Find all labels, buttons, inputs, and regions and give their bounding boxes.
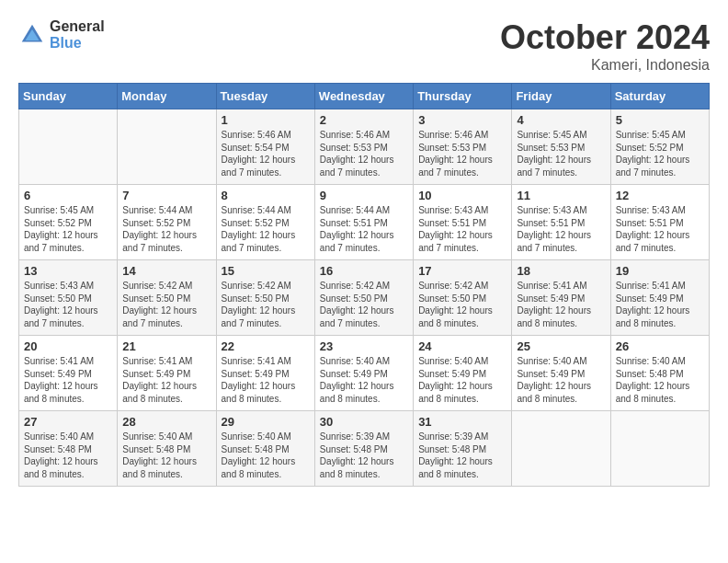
day-info: Sunrise: 5:40 AM Sunset: 5:48 PM Dayligh… bbox=[616, 355, 704, 405]
day-info: Sunrise: 5:39 AM Sunset: 5:48 PM Dayligh… bbox=[418, 431, 506, 480]
day-number: 29 bbox=[222, 415, 310, 429]
logo-text: General Blue bbox=[50, 18, 105, 51]
calendar-cell: 13Sunrise: 5:43 AM Sunset: 5:50 PM Dayli… bbox=[19, 260, 118, 336]
calendar-cell: 6Sunrise: 5:45 AM Sunset: 5:52 PM Daylig… bbox=[19, 185, 118, 260]
page-header: General Blue October 2024 Kameri, Indone… bbox=[18, 18, 710, 74]
calendar-cell: 27Sunrise: 5:40 AM Sunset: 5:48 PM Dayli… bbox=[19, 411, 118, 487]
calendar-cell: 29Sunrise: 5:40 AM Sunset: 5:48 PM Dayli… bbox=[216, 411, 314, 487]
calendar-cell: 4Sunrise: 5:45 AM Sunset: 5:53 PM Daylig… bbox=[512, 109, 610, 185]
calendar-cell bbox=[19, 109, 118, 185]
calendar-cell: 15Sunrise: 5:42 AM Sunset: 5:50 PM Dayli… bbox=[216, 260, 314, 336]
month-title: October 2024 bbox=[500, 18, 710, 57]
day-info: Sunrise: 5:43 AM Sunset: 5:51 PM Dayligh… bbox=[418, 204, 506, 254]
day-info: Sunrise: 5:42 AM Sunset: 5:50 PM Dayligh… bbox=[418, 280, 506, 329]
header-row: Sunday Monday Tuesday Wednesday Thursday… bbox=[19, 84, 710, 109]
day-info: Sunrise: 5:46 AM Sunset: 5:54 PM Dayligh… bbox=[222, 129, 310, 178]
day-info: Sunrise: 5:42 AM Sunset: 5:50 PM Dayligh… bbox=[320, 280, 408, 329]
day-info: Sunrise: 5:40 AM Sunset: 5:48 PM Dayligh… bbox=[24, 431, 112, 480]
day-info: Sunrise: 5:41 AM Sunset: 5:49 PM Dayligh… bbox=[24, 355, 112, 405]
day-info: Sunrise: 5:44 AM Sunset: 5:52 PM Dayligh… bbox=[222, 204, 310, 254]
calendar-cell: 20Sunrise: 5:41 AM Sunset: 5:49 PM Dayli… bbox=[19, 336, 118, 411]
calendar-body: 1Sunrise: 5:46 AM Sunset: 5:54 PM Daylig… bbox=[19, 109, 710, 487]
logo-general: General bbox=[50, 18, 105, 35]
logo: General Blue bbox=[18, 18, 105, 51]
calendar-cell: 12Sunrise: 5:43 AM Sunset: 5:51 PM Dayli… bbox=[610, 185, 709, 260]
calendar-week-5: 27Sunrise: 5:40 AM Sunset: 5:48 PM Dayli… bbox=[19, 411, 710, 487]
day-info: Sunrise: 5:41 AM Sunset: 5:49 PM Dayligh… bbox=[517, 280, 605, 329]
calendar-cell: 21Sunrise: 5:41 AM Sunset: 5:49 PM Dayli… bbox=[118, 336, 216, 411]
day-number: 25 bbox=[517, 339, 605, 353]
day-number: 5 bbox=[616, 113, 704, 127]
day-info: Sunrise: 5:45 AM Sunset: 5:52 PM Dayligh… bbox=[616, 129, 704, 178]
calendar-cell: 16Sunrise: 5:42 AM Sunset: 5:50 PM Dayli… bbox=[314, 260, 413, 336]
day-info: Sunrise: 5:45 AM Sunset: 5:52 PM Dayligh… bbox=[24, 204, 112, 254]
calendar-cell bbox=[610, 411, 709, 487]
day-number: 23 bbox=[320, 339, 408, 353]
col-monday: Monday bbox=[118, 84, 216, 109]
day-number: 14 bbox=[122, 264, 210, 278]
day-number: 28 bbox=[122, 415, 210, 429]
calendar-cell: 28Sunrise: 5:40 AM Sunset: 5:48 PM Dayli… bbox=[118, 411, 216, 487]
calendar-cell: 2Sunrise: 5:46 AM Sunset: 5:53 PM Daylig… bbox=[314, 109, 413, 185]
day-number: 27 bbox=[24, 415, 112, 429]
col-thursday: Thursday bbox=[414, 84, 512, 109]
day-number: 4 bbox=[517, 113, 605, 127]
calendar-cell: 14Sunrise: 5:42 AM Sunset: 5:50 PM Dayli… bbox=[118, 260, 216, 336]
day-info: Sunrise: 5:43 AM Sunset: 5:50 PM Dayligh… bbox=[24, 280, 112, 329]
day-number: 13 bbox=[24, 264, 112, 278]
title-block: October 2024 Kameri, Indonesia bbox=[500, 18, 710, 74]
col-tuesday: Tuesday bbox=[216, 84, 314, 109]
col-sunday: Sunday bbox=[19, 84, 118, 109]
day-info: Sunrise: 5:44 AM Sunset: 5:51 PM Dayligh… bbox=[320, 204, 408, 254]
calendar-cell: 7Sunrise: 5:44 AM Sunset: 5:52 PM Daylig… bbox=[118, 185, 216, 260]
calendar-cell: 31Sunrise: 5:39 AM Sunset: 5:48 PM Dayli… bbox=[414, 411, 512, 487]
col-saturday: Saturday bbox=[610, 84, 709, 109]
day-info: Sunrise: 5:41 AM Sunset: 5:49 PM Dayligh… bbox=[122, 355, 210, 405]
day-number: 21 bbox=[122, 339, 210, 353]
calendar-week-2: 6Sunrise: 5:45 AM Sunset: 5:52 PM Daylig… bbox=[19, 185, 710, 260]
day-number: 11 bbox=[517, 189, 605, 202]
day-info: Sunrise: 5:42 AM Sunset: 5:50 PM Dayligh… bbox=[222, 280, 310, 329]
calendar-cell: 3Sunrise: 5:46 AM Sunset: 5:53 PM Daylig… bbox=[414, 109, 512, 185]
calendar-cell: 8Sunrise: 5:44 AM Sunset: 5:52 PM Daylig… bbox=[216, 185, 314, 260]
calendar-cell: 9Sunrise: 5:44 AM Sunset: 5:51 PM Daylig… bbox=[314, 185, 413, 260]
calendar-week-1: 1Sunrise: 5:46 AM Sunset: 5:54 PM Daylig… bbox=[19, 109, 710, 185]
location-subtitle: Kameri, Indonesia bbox=[500, 57, 710, 74]
calendar-week-3: 13Sunrise: 5:43 AM Sunset: 5:50 PM Dayli… bbox=[19, 260, 710, 336]
day-info: Sunrise: 5:44 AM Sunset: 5:52 PM Dayligh… bbox=[122, 204, 210, 254]
day-info: Sunrise: 5:40 AM Sunset: 5:49 PM Dayligh… bbox=[320, 355, 408, 405]
day-info: Sunrise: 5:40 AM Sunset: 5:48 PM Dayligh… bbox=[122, 431, 210, 480]
day-info: Sunrise: 5:41 AM Sunset: 5:49 PM Dayligh… bbox=[222, 355, 310, 405]
day-info: Sunrise: 5:40 AM Sunset: 5:48 PM Dayligh… bbox=[222, 431, 310, 480]
calendar-cell: 22Sunrise: 5:41 AM Sunset: 5:49 PM Dayli… bbox=[216, 336, 314, 411]
calendar-cell: 5Sunrise: 5:45 AM Sunset: 5:52 PM Daylig… bbox=[610, 109, 709, 185]
calendar-cell: 17Sunrise: 5:42 AM Sunset: 5:50 PM Dayli… bbox=[414, 260, 512, 336]
calendar-cell: 10Sunrise: 5:43 AM Sunset: 5:51 PM Dayli… bbox=[414, 185, 512, 260]
day-number: 8 bbox=[222, 189, 310, 202]
day-info: Sunrise: 5:43 AM Sunset: 5:51 PM Dayligh… bbox=[616, 204, 704, 254]
calendar-cell: 24Sunrise: 5:40 AM Sunset: 5:49 PM Dayli… bbox=[414, 336, 512, 411]
day-info: Sunrise: 5:39 AM Sunset: 5:48 PM Dayligh… bbox=[320, 431, 408, 480]
day-number: 1 bbox=[222, 113, 310, 127]
calendar-week-4: 20Sunrise: 5:41 AM Sunset: 5:49 PM Dayli… bbox=[19, 336, 710, 411]
calendar-cell: 26Sunrise: 5:40 AM Sunset: 5:48 PM Dayli… bbox=[610, 336, 709, 411]
day-number: 30 bbox=[320, 415, 408, 429]
day-number: 20 bbox=[24, 339, 112, 353]
calendar-cell: 18Sunrise: 5:41 AM Sunset: 5:49 PM Dayli… bbox=[512, 260, 610, 336]
day-info: Sunrise: 5:46 AM Sunset: 5:53 PM Dayligh… bbox=[320, 129, 408, 178]
day-number: 12 bbox=[616, 189, 704, 202]
calendar-header: Sunday Monday Tuesday Wednesday Thursday… bbox=[19, 84, 710, 109]
day-info: Sunrise: 5:46 AM Sunset: 5:53 PM Dayligh… bbox=[418, 129, 506, 178]
day-number: 3 bbox=[418, 113, 506, 127]
day-number: 16 bbox=[320, 264, 408, 278]
day-number: 26 bbox=[616, 339, 704, 353]
day-number: 10 bbox=[418, 189, 506, 202]
calendar-cell: 30Sunrise: 5:39 AM Sunset: 5:48 PM Dayli… bbox=[314, 411, 413, 487]
day-info: Sunrise: 5:41 AM Sunset: 5:49 PM Dayligh… bbox=[616, 280, 704, 329]
day-number: 7 bbox=[122, 189, 210, 202]
col-wednesday: Wednesday bbox=[314, 84, 413, 109]
day-info: Sunrise: 5:40 AM Sunset: 5:49 PM Dayligh… bbox=[517, 355, 605, 405]
day-info: Sunrise: 5:43 AM Sunset: 5:51 PM Dayligh… bbox=[517, 204, 605, 254]
calendar-cell: 23Sunrise: 5:40 AM Sunset: 5:49 PM Dayli… bbox=[314, 336, 413, 411]
day-info: Sunrise: 5:45 AM Sunset: 5:53 PM Dayligh… bbox=[517, 129, 605, 178]
